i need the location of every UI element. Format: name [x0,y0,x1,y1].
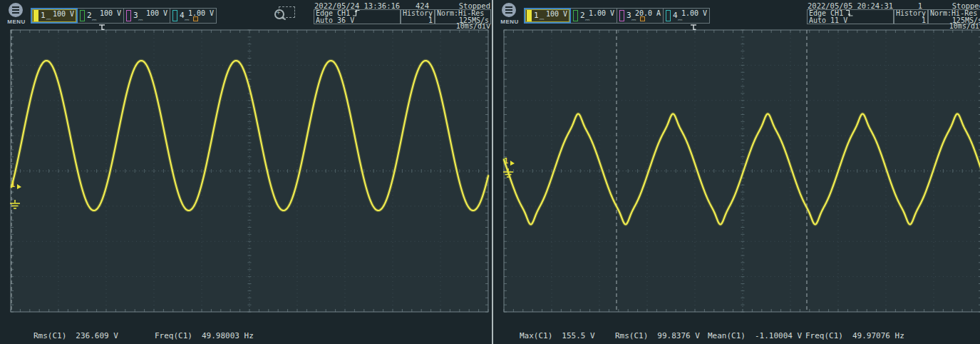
coupling-icon: ⎓ [678,17,682,23]
probe-icon [193,16,198,21]
measurement-value: -1.10004 V [755,331,802,340]
measurement-value: 49.98003 Hz [202,331,254,340]
channel-color-bar [80,10,85,21]
measurement-label: Freq(C1) [805,331,843,340]
measurement-value: 49.97076 Hz [852,331,904,340]
measurement-max-c1-: Max(C1)155.5 V [520,331,595,340]
channel-1-box[interactable]: 1100 V⎓ [524,8,571,24]
channel-number: 1 [534,11,539,20]
channel-color-bar [619,10,624,21]
measurement-freq-c1-: Freq(C1)49.98003 Hz [155,331,254,340]
coupling-icon: ⎓ [185,17,189,23]
oscilloscope-screen-right: 1 MENU 1100 V⎓21.00 V⎓320.0 A⎓41.00 V⎓ 2… [492,0,980,344]
channel-scale: 100 V [53,10,74,18]
channel-1-box[interactable]: 1100 V⎓ [31,8,78,24]
ch1-position-marker: 1 [504,157,508,165]
measurement-readouts: Rms(C1)236.609 VFreq(C1)49.98003 Hz [0,331,492,341]
menu-label: MENU [497,19,522,25]
measurement-label: Max(C1) [520,331,552,340]
coupling-icon: ⎓ [138,17,143,23]
trigger-info-box[interactable]: Edge CH1 Auto 11 V [807,9,894,24]
channel-number: 2 [580,11,585,20]
channel-number: 4 [673,11,678,20]
channel-scale: 1.00 V [589,9,614,17]
probe-icon [640,16,645,21]
zoom-search-icon[interactable] [274,6,295,23]
oscilloscope-screen-left: 1 MENU 1100 V⎓2100 V⎓3100 V⎓41.00 V⎓ 202… [0,0,492,344]
waveform-display-right: 1 [493,0,980,344]
measurement-label: Freq(C1) [155,331,192,340]
menu-label: MENU [4,19,29,25]
coupling-icon: ⎓ [540,16,544,22]
measurement-readouts: Max(C1)155.5 VRms(C1)99.8376 VMean(C1)-1… [493,331,980,341]
coupling-icon: ⎓ [92,17,96,23]
channel-2-box[interactable]: 2100 V⎓ [77,8,124,24]
dual-oscilloscope-screenshots: 1 MENU 1100 V⎓2100 V⎓3100 V⎓41.00 V⎓ 202… [0,0,980,344]
channel-settings-row: 1100 V⎓2100 V⎓3100 V⎓41.00 V⎓ [31,8,216,24]
timebase: 10ms/div [399,22,490,30]
measurement-label: Rms(C1) [33,331,66,340]
channel-3-box[interactable]: 3100 V⎓ [123,8,170,24]
channel-number: 1 [41,11,46,20]
channel-scale: 1.00 V [681,9,707,17]
coupling-icon: ⎓ [631,17,636,23]
channel-color-bar [527,10,532,21]
trigger-position-marker [99,25,105,30]
coupling-icon: ⎓ [46,16,51,22]
coupling-icon: ⎓ [585,17,589,23]
measurement-rms-c1-: Rms(C1)99.8376 V [615,331,700,340]
channel-settings-row: 1100 V⎓21.00 V⎓320.0 A⎓41.00 V⎓ [524,8,709,24]
trigger-info-box[interactable]: Edge CH1 Auto 36 V [314,9,401,24]
waveform-display-left: 1 [0,0,492,344]
channel-color-bar [172,10,177,21]
measurement-label: Rms(C1) [615,331,648,340]
measurement-value: 99.8376 V [657,331,700,340]
channel-number: 2 [87,11,92,20]
measurement-value: 236.609 V [76,331,118,340]
channel-color-bar [126,10,131,21]
channel-scale: 100 V [146,9,167,17]
ch1-position-marker: 1 [11,181,15,188]
channel-2-box[interactable]: 21.00 V⎓ [570,8,617,24]
timebase: 10ms/div [892,22,980,30]
measurement-value: 155.5 V [562,331,594,340]
channel-number: 4 [180,11,185,20]
channel-color-bar [573,10,578,21]
channel-scale: 1.00 V [188,9,214,17]
menu-button[interactable]: MENU [497,2,522,26]
channel-color-bar [33,10,38,21]
channel-scale: 100 V [546,10,567,18]
channel-number: 3 [626,11,631,20]
channel-scale: 20.0 A [635,9,661,17]
trigger-position-marker [691,25,696,30]
menu-icon [9,3,23,17]
channel-3-box[interactable]: 320.0 A⎓ [617,8,664,24]
channel-4-box[interactable]: 41.00 V⎓ [663,8,710,24]
channel-number: 3 [133,11,138,20]
menu-button[interactable]: MENU [4,2,29,26]
measurement-rms-c1-: Rms(C1)236.609 V [33,331,118,340]
measurement-label: Mean(C1) [708,331,746,340]
measurement-mean-c1-: Mean(C1)-1.10004 V [708,331,802,340]
measurement-freq-c1-: Freq(C1)49.97076 Hz [805,331,904,340]
channel-4-box[interactable]: 41.00 V⎓ [170,8,217,24]
channel-color-bar [666,10,671,21]
channel-scale: 100 V [100,9,121,17]
menu-icon [502,3,516,17]
